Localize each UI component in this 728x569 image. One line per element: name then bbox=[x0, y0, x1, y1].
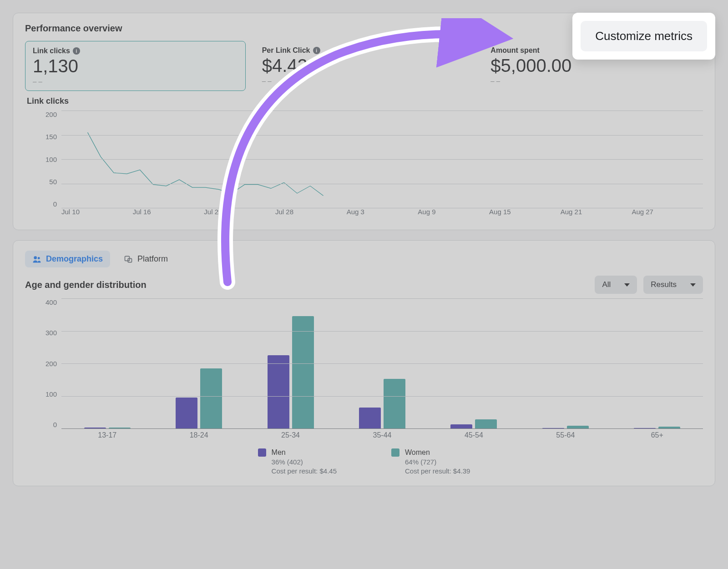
x-tick: 55-64 bbox=[520, 428, 611, 444]
metric-label-text: Per Link Click bbox=[262, 46, 310, 55]
y-tick: 50 bbox=[49, 178, 57, 186]
x-tick: Jul 28 bbox=[275, 208, 347, 220]
bar-women bbox=[200, 368, 222, 428]
line-chart: 200150100500 Jul 10Jul 16Jul 22Jul 28Aug… bbox=[25, 111, 703, 220]
legend-name: Men bbox=[272, 448, 337, 458]
metric-secondary: – – bbox=[262, 77, 467, 85]
caret-down-icon bbox=[624, 283, 630, 287]
info-icon[interactable]: i bbox=[313, 47, 320, 54]
metric-label-text: Link clicks bbox=[33, 47, 70, 55]
tab-demographics[interactable]: Demographics bbox=[25, 251, 110, 267]
y-tick: 300 bbox=[46, 329, 57, 337]
bar-chart-legend: Men 36% (402) Cost per result: $4.45 Wom… bbox=[25, 448, 703, 476]
grid-line bbox=[61, 298, 703, 299]
bar-men bbox=[450, 424, 472, 428]
x-tick: 65+ bbox=[612, 428, 703, 444]
customize-metrics-callout: Customize metrics bbox=[572, 13, 715, 60]
y-tick: 100 bbox=[46, 390, 57, 398]
tab-platform[interactable]: Platform bbox=[116, 251, 175, 267]
bar-women bbox=[384, 379, 405, 428]
grid-line bbox=[61, 396, 703, 397]
y-tick: 400 bbox=[46, 298, 57, 306]
demographics-title: Age and gender distribution bbox=[25, 280, 147, 290]
y-tick: 200 bbox=[46, 360, 57, 368]
dropdown-label: All bbox=[602, 280, 611, 289]
grid-line bbox=[61, 428, 703, 429]
y-tick: 0 bbox=[53, 421, 57, 428]
x-tick: 13-17 bbox=[61, 428, 153, 444]
metric-value: $4.42 bbox=[262, 55, 467, 76]
x-tick: Aug 21 bbox=[561, 208, 632, 220]
metric-card-link-clicks[interactable]: Link clicks i 1,130 – – bbox=[25, 41, 246, 91]
metric-dropdown[interactable]: Results bbox=[643, 276, 703, 294]
devices-icon bbox=[124, 255, 133, 264]
legend-men: Men 36% (402) Cost per result: $4.45 bbox=[258, 448, 337, 476]
x-tick: Jul 22 bbox=[204, 208, 275, 220]
legend-share: 36% (402) bbox=[272, 458, 337, 467]
y-tick: 0 bbox=[53, 200, 57, 208]
x-tick: 45-54 bbox=[428, 428, 520, 444]
line-chart-plot: Jul 10Jul 16Jul 22Jul 28Aug 3Aug 9Aug 15… bbox=[61, 111, 703, 220]
tab-label: Platform bbox=[137, 254, 168, 264]
tab-label: Demographics bbox=[46, 254, 103, 264]
bar-women bbox=[292, 316, 314, 428]
line-chart-x-axis: Jul 10Jul 16Jul 22Jul 28Aug 3Aug 9Aug 15… bbox=[61, 208, 703, 220]
customize-metrics-button[interactable]: Customize metrics bbox=[581, 21, 707, 51]
bar-men bbox=[176, 398, 197, 428]
metric-card-per-link-click[interactable]: Per Link Click i $4.42 – – bbox=[255, 41, 475, 91]
legend-swatch-women bbox=[391, 448, 399, 457]
demographics-header-row: Age and gender distribution All Results bbox=[25, 276, 703, 294]
x-tick: 25-34 bbox=[245, 428, 336, 444]
legend-swatch-men bbox=[258, 448, 266, 457]
grid-line bbox=[61, 331, 703, 332]
metric-label-text: Amount spent bbox=[490, 46, 540, 55]
metric-label: Per Link Click i bbox=[262, 46, 467, 55]
dropdown-label: Results bbox=[651, 280, 677, 289]
bar-men bbox=[268, 355, 289, 428]
bar-women bbox=[475, 419, 497, 428]
y-tick: 100 bbox=[46, 156, 57, 163]
svg-point-1 bbox=[38, 257, 40, 259]
bar-chart: 4003002001000 13-1718-2425-3435-4445-545… bbox=[25, 298, 703, 444]
y-tick: 200 bbox=[46, 111, 57, 118]
x-tick: Aug 15 bbox=[489, 208, 561, 220]
metric-secondary: – – bbox=[490, 77, 696, 85]
y-tick: 150 bbox=[46, 133, 57, 141]
x-tick: Jul 16 bbox=[133, 208, 204, 220]
x-tick: 35-44 bbox=[336, 428, 428, 444]
segment-dropdown[interactable]: All bbox=[595, 276, 637, 294]
legend-cost: Cost per result: $4.45 bbox=[272, 467, 337, 476]
legend-share: 64% (727) bbox=[405, 458, 470, 467]
x-tick: Aug 3 bbox=[347, 208, 418, 220]
x-tick: Aug 27 bbox=[632, 208, 703, 220]
caret-down-icon bbox=[690, 283, 696, 287]
line-chart-title: Link clicks bbox=[27, 96, 703, 106]
metric-value: 1,130 bbox=[33, 56, 238, 76]
svg-point-0 bbox=[34, 256, 37, 259]
legend-women: Women 64% (727) Cost per result: $4.39 bbox=[391, 448, 470, 476]
tabs-row: Demographics Platform bbox=[25, 251, 703, 267]
legend-name: Women bbox=[405, 448, 470, 458]
legend-cost: Cost per result: $4.39 bbox=[405, 467, 470, 476]
info-icon[interactable]: i bbox=[73, 47, 80, 55]
grid-line bbox=[61, 111, 703, 111]
demographics-panel: Demographics Platform Age and gender dis… bbox=[13, 240, 715, 486]
metric-secondary: – – bbox=[33, 77, 238, 85]
people-icon bbox=[32, 255, 41, 264]
grid-line bbox=[61, 184, 703, 184]
x-tick: Jul 10 bbox=[61, 208, 133, 220]
bar-chart-plot: 13-1718-2425-3435-4445-5455-6465+ bbox=[61, 298, 703, 444]
bar-chart-y-axis: 4003002001000 bbox=[25, 298, 61, 444]
x-tick: 18-24 bbox=[153, 428, 244, 444]
grid-line bbox=[61, 363, 703, 364]
x-tick: Aug 9 bbox=[418, 208, 489, 220]
bar-chart-x-axis: 13-1718-2425-3435-4445-5455-6465+ bbox=[61, 428, 703, 444]
grid-line bbox=[61, 208, 703, 208]
bar-men bbox=[359, 408, 381, 428]
grid-line bbox=[61, 135, 703, 136]
line-chart-y-axis: 200150100500 bbox=[25, 111, 61, 220]
grid-line bbox=[61, 159, 703, 160]
metric-label: Link clicks i bbox=[33, 47, 238, 55]
